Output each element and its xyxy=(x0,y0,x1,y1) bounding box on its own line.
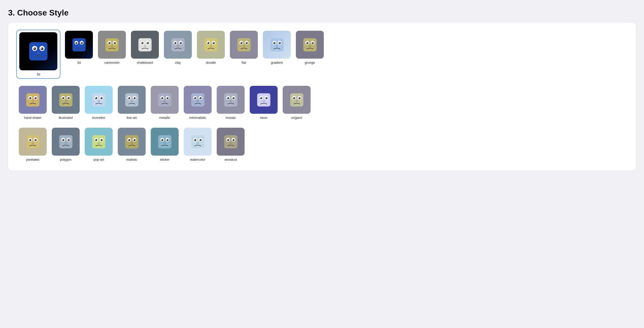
svg-point-172 xyxy=(199,97,201,99)
style-item-pixelated[interactable]: pixelated xyxy=(16,127,49,162)
style-item-origami[interactable]: origami xyxy=(280,85,313,121)
style-thumb-neon xyxy=(250,86,278,114)
svg-point-203 xyxy=(268,103,269,103)
svg-point-262 xyxy=(126,143,127,144)
svg-point-75 xyxy=(240,42,242,44)
style-item-sticker[interactable]: sticker xyxy=(148,127,181,162)
svg-point-51 xyxy=(174,42,176,44)
svg-point-42 xyxy=(147,42,147,43)
svg-point-239 xyxy=(71,144,71,145)
svg-point-22 xyxy=(73,46,74,47)
svg-point-245 xyxy=(95,139,96,140)
svg-point-43 xyxy=(144,45,146,46)
svg-point-152 xyxy=(127,96,128,96)
svg-point-114 xyxy=(35,97,35,98)
svg-point-261 xyxy=(136,137,137,138)
svg-point-225 xyxy=(37,137,38,138)
style-item-flat[interactable]: flat xyxy=(227,30,260,65)
style-item-hand-drawn[interactable]: hand-drawn xyxy=(16,85,49,121)
svg-point-93 xyxy=(281,40,282,41)
style-label-line-art: line-art xyxy=(127,116,137,120)
style-item-line-art[interactable]: line-art xyxy=(115,85,148,121)
style-item-cartoonish[interactable]: cartoonish xyxy=(95,30,128,65)
svg-point-220 xyxy=(35,139,37,141)
svg-point-174 xyxy=(199,97,200,98)
svg-point-165 xyxy=(169,95,170,96)
svg-point-19 xyxy=(78,45,80,46)
svg-point-150 xyxy=(133,97,134,98)
style-item-watercolor[interactable]: watercolor xyxy=(181,127,214,162)
style-item-chalkboard[interactable]: chalkboard xyxy=(128,30,161,65)
style-item-metallic[interactable]: metallic xyxy=(148,85,181,121)
svg-point-27 xyxy=(108,42,110,44)
svg-point-7 xyxy=(37,52,40,54)
style-item-clay[interactable]: clay xyxy=(161,30,194,65)
style-item-gradient[interactable]: gradient xyxy=(260,30,293,65)
svg-point-69 xyxy=(215,40,216,41)
style-label-mosaic: mosaic xyxy=(225,116,236,120)
svg-point-200 xyxy=(259,96,260,96)
style-item-3d-selected[interactable]: 3d xyxy=(16,30,60,79)
style-item-doodle[interactable]: doodle xyxy=(194,30,227,65)
svg-point-153 xyxy=(136,95,137,96)
svg-point-222 xyxy=(35,139,35,140)
svg-point-296 xyxy=(226,138,227,138)
svg-point-118 xyxy=(27,102,28,102)
style-item-pop-art[interactable]: pop-art xyxy=(82,127,115,162)
svg-point-211 xyxy=(296,100,298,102)
page-title: 3. Choose Style xyxy=(8,8,636,18)
svg-point-58 xyxy=(172,46,173,47)
style-item-mosaic[interactable]: mosaic xyxy=(214,85,247,121)
style-item-grunge[interactable]: grunge xyxy=(293,30,326,65)
svg-point-95 xyxy=(282,47,282,48)
svg-point-46 xyxy=(139,46,140,47)
style-thumb-minimalistic xyxy=(184,86,212,114)
svg-point-231 xyxy=(62,139,64,141)
style-item-neon[interactable]: neon xyxy=(247,85,280,121)
svg-point-9 xyxy=(44,44,45,46)
svg-point-297 xyxy=(235,137,235,138)
svg-point-113 xyxy=(29,97,30,98)
svg-point-185 xyxy=(227,97,228,98)
style-label-realistic: realistic xyxy=(126,158,137,161)
svg-point-106 xyxy=(304,46,305,47)
svg-point-250 xyxy=(93,143,94,144)
svg-point-287 xyxy=(202,144,203,145)
svg-point-91 xyxy=(276,45,278,46)
svg-point-10 xyxy=(31,54,32,55)
svg-point-159 xyxy=(161,97,163,99)
style-item-isometric[interactable]: isometric xyxy=(82,85,115,121)
style-item-3d[interactable]: 3d xyxy=(62,30,95,65)
style-item-woodcut[interactable]: woodcut xyxy=(214,127,247,162)
svg-point-243 xyxy=(95,139,97,141)
style-item-realistic[interactable]: realistic xyxy=(115,127,148,162)
svg-point-183 xyxy=(227,97,229,99)
svg-point-164 xyxy=(160,96,161,96)
svg-point-88 xyxy=(279,42,281,44)
svg-point-82 xyxy=(238,46,239,47)
svg-point-161 xyxy=(161,97,162,98)
style-label-illustrated: illustrated xyxy=(59,116,73,120)
style-thumb-3d xyxy=(65,31,93,59)
svg-point-263 xyxy=(137,144,137,145)
style-thumb-realistic xyxy=(118,128,146,156)
style-item-polygon[interactable]: polygon xyxy=(49,127,82,162)
svg-point-269 xyxy=(161,139,162,140)
svg-point-219 xyxy=(29,139,31,141)
svg-point-141 xyxy=(103,95,104,96)
style-item-minimalistic[interactable]: minimalistic xyxy=(181,85,214,121)
style-thumb-woodcut xyxy=(217,128,245,156)
style-thumb-gradient xyxy=(263,31,291,59)
svg-point-214 xyxy=(291,102,292,102)
svg-point-94 xyxy=(271,46,272,47)
svg-point-178 xyxy=(192,102,193,102)
style-thumb-origami xyxy=(283,86,311,114)
svg-point-5 xyxy=(33,47,35,49)
svg-point-35 xyxy=(117,47,117,48)
svg-point-138 xyxy=(100,97,101,98)
svg-point-295 xyxy=(230,142,232,143)
svg-point-188 xyxy=(226,96,227,96)
svg-point-119 xyxy=(38,103,38,103)
style-item-illustrated[interactable]: illustrated xyxy=(49,85,82,121)
svg-point-286 xyxy=(192,143,193,144)
